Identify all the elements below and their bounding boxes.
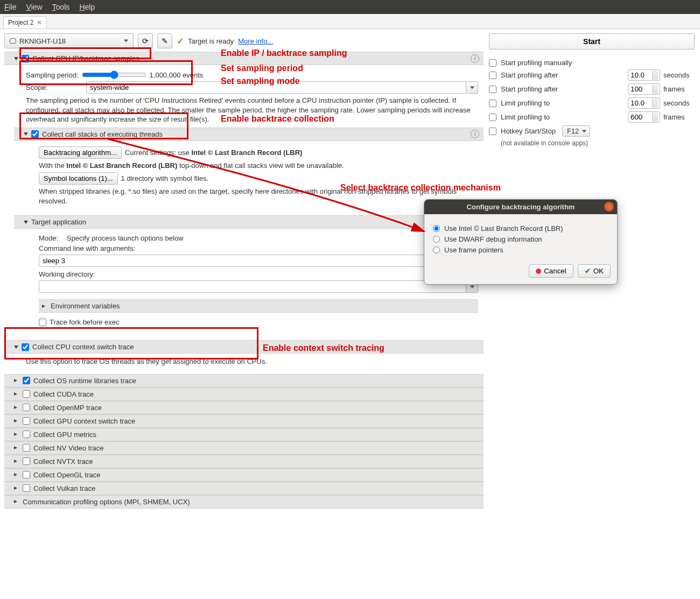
cancel-label: Cancel [544,267,566,275]
menu-file[interactable]: FFileile [4,3,17,11]
start-manual-checkbox[interactable] [489,59,496,67]
unit-label: seconds [663,99,695,107]
info-icon[interactable]: i [471,54,479,63]
cb[interactable] [23,457,30,465]
cb[interactable] [23,444,30,452]
chevron-right-icon [14,500,19,503]
chevron-right-icon [14,379,19,382]
hotkey-label: Hotkey Start/Stop [501,127,556,135]
start-after-fr-checkbox[interactable] [489,86,496,93]
limit-sec-checkbox[interactable] [489,100,496,107]
start-after-sec-checkbox[interactable] [489,72,496,79]
sampling-period-slider[interactable] [82,71,146,79]
limit-sec-spin[interactable] [628,97,660,109]
unit-label: seconds [663,71,695,79]
start-button[interactable]: Start [489,33,695,50]
cancel-button[interactable]: Cancel [529,264,573,278]
chevron-right-icon [42,305,47,308]
section-label: Collect OS runtime libraries trace [33,377,136,385]
host-selector[interactable]: 🖵 RKNIGHT-U18 [4,33,134,48]
section-label: Collect NV Video trace [33,444,104,452]
radio-lbr-label: Use Intel © Last Branch Record (LBR) [444,224,563,232]
section-gpu-ctx[interactable]: Collect GPU context switch trace [4,414,484,428]
section-cuda[interactable]: Collect CUDA trace [4,387,484,401]
hotkey-note: (not available in console apps) [501,139,695,147]
chevron-right-icon [14,419,19,422]
right-pane: Start Start profiling manually Start pro… [484,29,700,599]
section-nvtx[interactable]: Collect NVTX trace [4,455,484,468]
scope-dropdown[interactable] [86,81,466,94]
section-nv-video[interactable]: Collect NV Video trace [4,441,484,455]
cmd-input[interactable] [39,255,466,267]
section-label: Collect OpenGL trace [33,471,101,479]
tab-project[interactable]: Project 2 ✕ [3,16,47,29]
hotkey-select[interactable]: F12 [562,125,590,137]
lbr-note: With the Intel © Last Branch Record (LBR… [39,161,478,171]
menu-help[interactable]: Help [79,3,95,11]
cb[interactable] [23,377,30,384]
menu-view[interactable]: View [26,3,43,11]
chevron-right-icon [14,406,19,409]
cb[interactable] [23,431,30,438]
scope-caret[interactable] [466,81,478,94]
radio-fp[interactable] [433,246,440,253]
section-gpu-metrics[interactable]: Collect GPU metrics [4,428,484,441]
cb[interactable] [23,417,30,425]
check-icon: ✓ [177,36,184,46]
section-comm-profiling[interactable]: Communication profiling options (MPI, SH… [4,495,484,509]
refresh-button[interactable]: ⟳ [138,33,153,48]
section-collect-callstacks[interactable]: Collect call stacks of executing threads… [14,128,484,141]
unit-label: frames [663,113,695,121]
section-collect-ctx-switch[interactable]: Collect CPU context switch trace [4,340,484,354]
trace-fork-checkbox[interactable] [39,319,46,326]
section-vulkan[interactable]: Collect Vulkan trace [4,482,484,495]
symbol-locations-button[interactable]: Symbol locations (1)... [39,172,118,185]
limit-fr-checkbox[interactable] [489,114,496,121]
section-label: Collect call stacks of executing threads [42,130,163,138]
section-env-vars[interactable]: Environment variables [39,299,478,313]
settings-button[interactable]: ✎ [157,33,172,48]
collect-ip-checkbox[interactable] [22,55,29,62]
close-icon[interactable]: ✕ [37,19,42,26]
cb[interactable] [23,404,30,411]
wd-label: Working directory: [39,270,95,278]
cb[interactable] [23,390,30,398]
chevron-down-icon [24,221,28,224]
collect-ctx-checkbox[interactable] [22,343,29,351]
collect-callstacks-checkbox[interactable] [31,130,39,138]
limit-fr-spin[interactable] [628,111,660,123]
menu-bar: FFileile View Tools Help [0,0,700,14]
wd-input[interactable] [39,280,466,293]
ok-button[interactable]: ✔OK [578,264,611,278]
backtracing-algorithm-button[interactable]: Backtracing algorithm... [39,146,122,159]
start-manual-label: Start profiling manually [501,59,695,67]
section-label: Collect CPU context switch trace [32,343,134,351]
cmd-label: Command line with arguments: [39,244,135,252]
tab-bar: Project 2 ✕ [0,14,700,29]
start-after-fr-spin[interactable] [628,83,660,95]
section-collect-ip-samples[interactable]: Collect CPU IP/backtrace samples i [4,52,484,65]
section-label: Collect Vulkan trace [33,484,95,492]
section-openmp[interactable]: Collect OpenMP trace [4,401,484,414]
radio-lbr[interactable] [433,225,440,232]
cb[interactable] [23,484,30,492]
cancel-icon [536,269,541,274]
host-name: RKNIGHT-U18 [19,37,66,45]
radio-dwarf[interactable] [433,236,440,243]
hotkey-checkbox[interactable] [489,128,496,135]
sampling-period-label: Sampling period: [26,71,79,79]
section-label: Communication profiling options (MPI, SH… [23,498,190,506]
cb[interactable] [23,471,30,478]
info-icon[interactable]: i [471,130,479,138]
limit-sec-label: Limit profiling to [501,99,624,107]
section-opengl[interactable]: Collect OpenGL trace [4,468,484,482]
close-icon[interactable] [604,202,614,212]
section-os-runtime[interactable]: Collect OS runtime libraries trace [4,374,484,387]
chevron-down-icon [14,57,18,60]
menu-tools[interactable]: Tools [52,3,70,11]
dialog-title-bar[interactable]: Configure backtracing algorithm [424,200,617,214]
start-after-sec-spin[interactable] [628,69,660,81]
left-pane: 🖵 RKNIGHT-U18 ⟳ ✎ ✓ Target is ready More… [0,29,484,599]
section-target-application[interactable]: Target application [14,215,484,229]
more-info-link[interactable]: More info... [238,37,273,45]
